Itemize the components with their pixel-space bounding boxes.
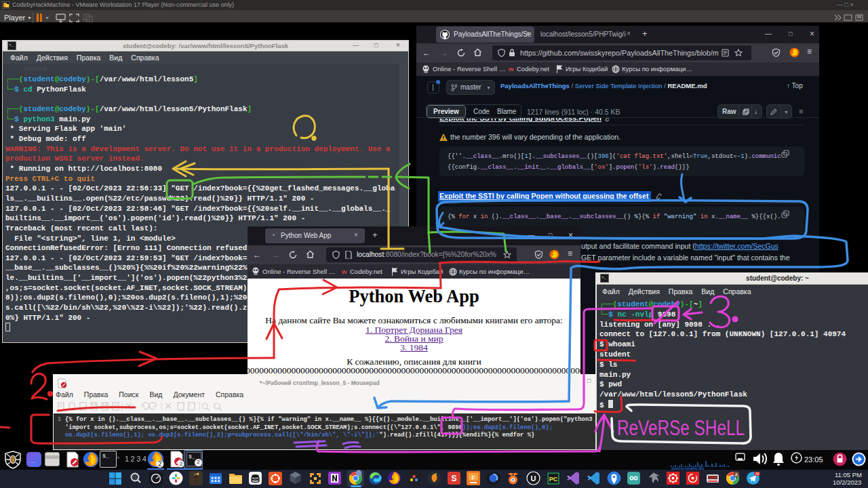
svg-text:ReVeRSe SHeLL: ReVeRSe SHeLL [617,416,745,440]
